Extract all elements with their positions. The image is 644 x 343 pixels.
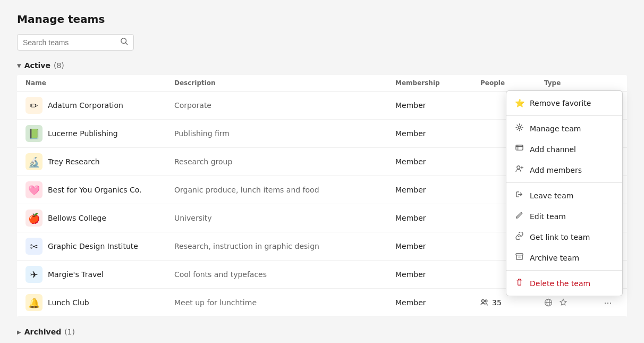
svg-point-11 [516, 166, 520, 169]
team-icon: 📗 [26, 125, 43, 142]
archive-icon [515, 253, 523, 263]
star-filled-icon: ⭐ [515, 98, 523, 108]
team-desc: Corporate [174, 101, 395, 110]
team-name: Bellows College [48, 214, 106, 222]
trash-icon [515, 278, 523, 288]
menu-separator [506, 182, 622, 183]
active-label: Active [24, 61, 50, 70]
membership: Member [395, 242, 480, 250]
archived-chevron-icon: ▶ [17, 329, 21, 335]
channel-icon [515, 144, 523, 154]
active-section-header[interactable]: ▼ Active (8) [17, 58, 627, 73]
team-name-cell: 🔬 Trey Research [26, 153, 174, 170]
add-members-item[interactable]: Add members [506, 160, 622, 180]
team-name: Trey Research [48, 157, 100, 166]
people: 35 [480, 298, 544, 307]
manage-team-item[interactable]: Manage team [506, 118, 622, 139]
get-link-label: Get link to team [530, 233, 590, 241]
team-name-cell: 🍎 Bellows College [26, 210, 174, 227]
team-icon: ✂️ [26, 238, 43, 255]
team-name: Lunch Club [48, 298, 89, 307]
col-people: People [480, 79, 544, 87]
leave-team-item[interactable]: Leave team [506, 185, 622, 206]
search-box[interactable] [17, 34, 134, 51]
team-icon: 🍎 [26, 210, 43, 227]
svg-rect-8 [515, 145, 522, 150]
leave-icon [515, 190, 523, 200]
team-name-cell: ✈️ Margie's Travel [26, 266, 174, 283]
team-name-cell: 🔔 Lunch Club [26, 294, 174, 311]
team-desc: Organic produce, lunch items and food [174, 186, 395, 194]
active-count: (8) [54, 61, 64, 70]
remove-favorite-item[interactable]: ⭐ Remove favorite [506, 93, 622, 113]
table-header: Name Description Membership People Type [17, 75, 627, 91]
search-input[interactable] [23, 38, 116, 47]
team-name: Margie's Travel [48, 270, 104, 279]
svg-point-2 [482, 300, 485, 303]
person-add-icon [515, 165, 523, 175]
get-link-item[interactable]: Get link to team [506, 227, 622, 247]
team-icon: ✈️ [26, 266, 43, 283]
page-title: Manage teams [17, 13, 627, 26]
people-icon [480, 298, 489, 307]
col-membership: Membership [395, 79, 480, 87]
edit-team-label: Edit team [530, 212, 566, 221]
type [544, 298, 597, 307]
svg-point-3 [485, 300, 487, 302]
star-icon [559, 298, 567, 307]
membership: Member [395, 214, 480, 222]
deleted-section-header[interactable]: ▶ Deleted (4) [17, 340, 627, 343]
col-actions [597, 79, 618, 87]
menu-separator [506, 270, 622, 271]
archived-section-header[interactable]: ▶ Archived (1) [17, 323, 627, 340]
add-members-label: Add members [530, 166, 582, 174]
membership: Member [395, 101, 480, 110]
membership: Member [395, 186, 480, 194]
delete-team-item[interactable]: Delete the team [506, 273, 622, 294]
col-description: Description [174, 79, 395, 87]
more-options-button[interactable]: ··· [597, 295, 618, 311]
gear-icon [515, 123, 523, 133]
team-icon: 🔔 [26, 294, 43, 311]
team-desc: University [174, 214, 395, 222]
team-name-cell: 🩷 Best for You Organics Co. [26, 181, 174, 198]
archive-team-label: Archive team [530, 254, 579, 262]
membership: Member [395, 129, 480, 138]
active-chevron-icon: ▼ [17, 63, 21, 69]
team-name: Graphic Design Institute [48, 242, 138, 250]
team-name-cell: ✏️ Adatum Corporation [26, 97, 174, 114]
team-icon: 🔬 [26, 153, 43, 170]
edit-icon [515, 211, 523, 221]
link-icon [515, 232, 523, 242]
team-icon: 🩷 [26, 181, 43, 198]
team-desc: Research group [174, 157, 395, 166]
team-name: Adatum Corporation [48, 101, 123, 110]
globe-icon [544, 298, 553, 307]
team-desc: Meet up for lunchtime [174, 298, 395, 307]
manage-team-label: Manage team [530, 124, 581, 133]
team-name: Best for You Organics Co. [48, 186, 141, 194]
delete-team-label: Delete the team [530, 279, 590, 288]
membership: Member [395, 270, 480, 279]
add-channel-item[interactable]: Add channel [506, 139, 622, 160]
team-name: Lucerne Publishing [48, 129, 118, 138]
archive-team-item[interactable]: Archive team [506, 247, 622, 268]
archived-label: Archived [24, 328, 61, 336]
svg-line-1 [125, 43, 128, 45]
svg-point-7 [518, 126, 521, 129]
membership: Member [395, 298, 480, 307]
team-desc: Publishing firm [174, 129, 395, 138]
col-type: Type [544, 79, 597, 87]
team-name-cell: 📗 Lucerne Publishing [26, 125, 174, 142]
membership: Member [395, 157, 480, 166]
svg-rect-15 [515, 254, 522, 255]
page-container: Manage teams ▼ Active (8) Name Descripti… [0, 0, 644, 343]
archived-count: (1) [64, 328, 75, 336]
edit-team-item[interactable]: Edit team [506, 206, 622, 227]
col-name: Name [26, 79, 174, 87]
add-channel-label: Add channel [530, 145, 576, 154]
team-desc: Research, instruction in graphic design [174, 242, 395, 250]
remove-favorite-label: Remove favorite [530, 99, 591, 107]
people-count: 35 [492, 298, 502, 307]
context-menu: ⭐ Remove favorite Manage team Add chan [506, 90, 623, 296]
